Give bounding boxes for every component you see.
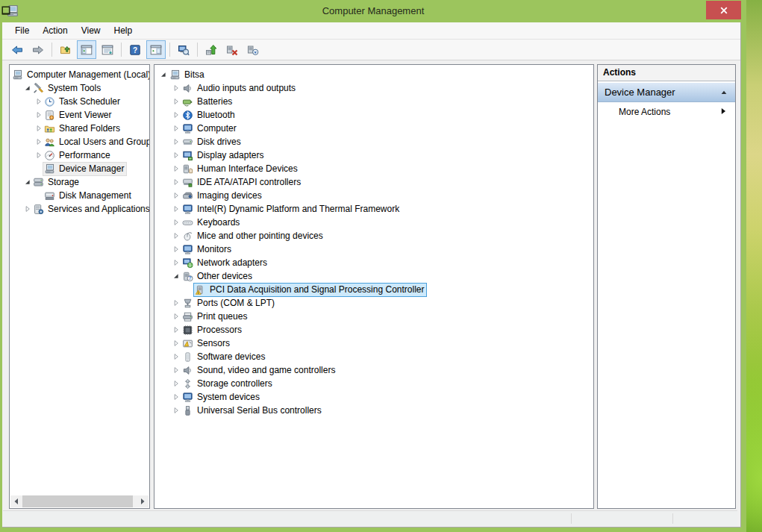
maximize-button[interactable]	[0, 0, 12, 20]
more-actions-item[interactable]: More Actions	[598, 104, 735, 119]
expander-open-icon[interactable]	[157, 70, 169, 79]
back-button[interactable]	[7, 40, 27, 59]
tree-item[interactable]: Network adapters	[154, 256, 593, 269]
tree-item[interactable]: Sound, video and game controllers	[154, 363, 593, 377]
tree-item-content[interactable]: Human Interface Devices	[181, 163, 300, 175]
close-button[interactable]	[706, 1, 741, 19]
tree-item-content[interactable]: Software devices	[181, 351, 267, 363]
tree-item-content[interactable]: Bitsa	[169, 69, 207, 81]
expander-closed-icon[interactable]	[34, 110, 43, 119]
find-computer-button[interactable]	[174, 40, 193, 59]
expander-closed-icon[interactable]	[170, 352, 181, 361]
tree-item-content[interactable]: Batteries	[181, 96, 234, 108]
expander-closed-icon[interactable]	[34, 137, 43, 146]
expander-closed-icon[interactable]	[34, 124, 43, 133]
properties-button[interactable]	[98, 40, 117, 59]
tree-item-content[interactable]: Disk Management	[43, 190, 134, 202]
tree-item-content[interactable]: Bluetooth	[181, 109, 237, 122]
update-driver-button[interactable]	[202, 40, 221, 59]
forward-button[interactable]	[28, 40, 48, 59]
expander-closed-icon[interactable]	[170, 258, 181, 267]
expander-closed-icon[interactable]	[170, 392, 181, 401]
tree-item-content[interactable]: Sound, video and game controllers	[181, 364, 337, 377]
tree-item[interactable]: Bluetooth	[154, 108, 593, 122]
tree-item[interactable]: Mice and other pointing devices	[154, 229, 593, 242]
tree-item-content[interactable]: ?Other devices	[181, 270, 254, 283]
tree-item-content[interactable]: Audio inputs and outputs	[181, 82, 298, 95]
tree-item-content[interactable]: Intel(R) Dynamic Platform and Thermal Fr…	[181, 203, 402, 216]
tree-item[interactable]: Processors	[154, 323, 593, 337]
tree-item-content[interactable]: Services and Applications	[32, 203, 150, 216]
tree-item[interactable]: Sensors	[154, 337, 593, 350]
tree-item-content[interactable]: Local Users and Groups	[43, 136, 150, 148]
expander-closed-icon[interactable]	[170, 406, 181, 415]
expander-closed-icon[interactable]	[22, 204, 32, 213]
tree-item-content[interactable]: Keyboards	[181, 216, 242, 229]
menu-file[interactable]: File	[8, 23, 36, 38]
tree-item-content[interactable]: Storage	[32, 176, 81, 189]
expander-closed-icon[interactable]	[170, 137, 181, 146]
tree-item[interactable]: System Tools	[10, 81, 149, 95]
tree-item[interactable]: Services and Applications	[10, 202, 149, 216]
tree-item[interactable]: Monitors	[154, 242, 593, 256]
expander-closed-icon[interactable]	[170, 191, 181, 200]
tree-item[interactable]: Ports (COM & LPT)	[154, 296, 593, 310]
expander-open-icon[interactable]	[22, 178, 32, 187]
scrollbar-track[interactable]	[22, 495, 137, 507]
console-tree-button[interactable]	[77, 40, 96, 59]
scroll-left-button[interactable]	[10, 495, 22, 507]
tree-item-content[interactable]: Universal Serial Bus controllers	[181, 404, 324, 417]
expander-closed-icon[interactable]	[170, 178, 181, 187]
expander-closed-icon[interactable]	[170, 339, 181, 348]
menu-view[interactable]: View	[75, 23, 107, 38]
tree-item[interactable]: IDE ATA/ATAPI controllers	[154, 175, 593, 189]
tree-item-content[interactable]: Computer Management (Local)	[11, 69, 150, 81]
expander-closed-icon[interactable]	[170, 97, 181, 106]
actions-section-device-manager[interactable]: Device Manager	[598, 83, 735, 102]
tree-item-content[interactable]: Event Viewer	[43, 109, 113, 122]
tree-item[interactable]: System devices	[154, 390, 593, 404]
tree-item-content[interactable]: Ports (COM & LPT)	[181, 297, 277, 310]
tree-item[interactable]: Batteries	[154, 95, 593, 108]
expander-open-icon[interactable]	[22, 84, 32, 93]
expander-closed-icon[interactable]	[170, 124, 181, 133]
tree-item[interactable]: PCI Data Acquisition and Signal Processi…	[154, 283, 593, 296]
scrollbar-thumb[interactable]	[22, 495, 133, 507]
tree-item-content[interactable]: Print queues	[181, 310, 249, 323]
expander-closed-icon[interactable]	[170, 84, 181, 93]
scan-hardware-changes-button[interactable]	[243, 40, 263, 59]
expander-closed-icon[interactable]	[34, 97, 43, 106]
tree-item[interactable]: Keyboards	[154, 216, 593, 229]
tree-item[interactable]: Imaging devices	[154, 189, 593, 202]
menu-help[interactable]: Help	[107, 23, 140, 38]
chevron-up-icon[interactable]	[719, 88, 728, 97]
tree-item-content[interactable]: Shared Folders	[43, 122, 122, 135]
tree-item[interactable]: Computer Management (Local)	[10, 68, 149, 81]
tree-item[interactable]: Disk drives	[154, 135, 593, 148]
tree-item[interactable]: Print queues	[154, 310, 593, 323]
expander-closed-icon[interactable]	[170, 218, 181, 227]
tree-item-content[interactable]: System devices	[181, 391, 262, 404]
tree-item[interactable]: Display adapters	[154, 148, 593, 162]
selected-tree-item[interactable]: PCI Data Acquisition and Signal Processi…	[194, 284, 426, 296]
horizontal-scrollbar[interactable]	[10, 495, 149, 507]
tree-item[interactable]: Human Interface Devices	[154, 162, 593, 175]
expander-closed-icon[interactable]	[170, 204, 181, 213]
tree-item[interactable]: Software devices	[154, 350, 593, 363]
tree-item[interactable]: Computer	[154, 122, 593, 135]
up-level-button[interactable]	[56, 40, 75, 59]
tree-item[interactable]: Audio inputs and outputs	[154, 81, 593, 95]
tree-item-content[interactable]: Network adapters	[181, 257, 269, 269]
tree-item[interactable]: Task Scheduler	[10, 95, 149, 108]
tree-item[interactable]: Shared Folders	[10, 122, 149, 135]
tree-item[interactable]: Universal Serial Bus controllers	[154, 404, 593, 417]
title-bar[interactable]: Computer Management	[0, 0, 746, 22]
expander-closed-icon[interactable]	[170, 312, 181, 321]
expander-closed-icon[interactable]	[170, 325, 181, 334]
expander-closed-icon[interactable]	[170, 379, 181, 388]
expander-closed-icon[interactable]	[170, 245, 181, 254]
tree-item[interactable]: Disk Management	[10, 189, 149, 202]
tree-item-content[interactable]: System Tools	[32, 82, 103, 95]
expander-closed-icon[interactable]	[170, 164, 181, 173]
selected-tree-item[interactable]: Device Manager	[43, 163, 126, 175]
